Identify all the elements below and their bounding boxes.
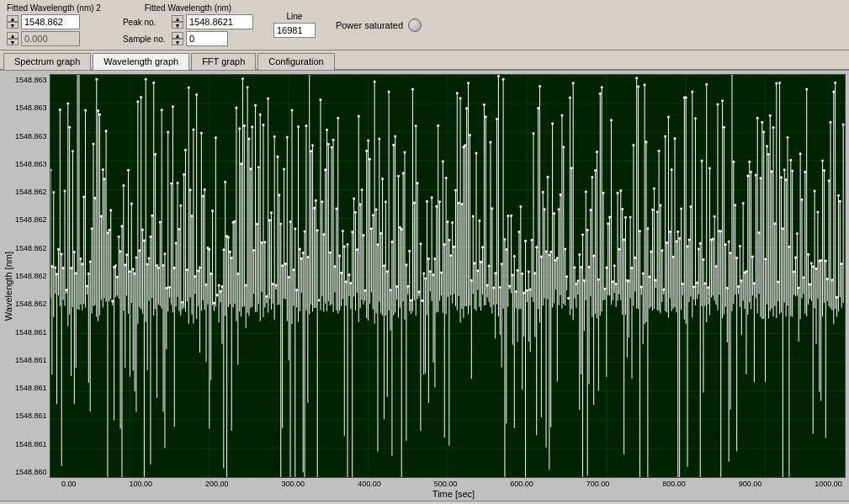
fitted-wavelength-2-group: Fitted Wavelength (nm) 2 ▲ ▼ ▲ ▼	[7, 3, 101, 46]
sample-spin-up[interactable]: ▲	[172, 32, 183, 39]
tab-spectrum[interactable]: Spectrum graph	[3, 53, 91, 70]
tabs-bar: Spectrum graph Wavelength graph FFT grap…	[0, 50, 849, 71]
y-tick: 1548.862	[15, 188, 47, 196]
y-tick: 1548.863	[15, 103, 47, 112]
peak-spin-up[interactable]: ▲	[172, 15, 183, 22]
y-tick: 1548.861	[15, 328, 47, 337]
x-tick: 500.00	[434, 480, 458, 488]
x-tick: 400.00	[358, 480, 381, 488]
tab-fft[interactable]: FFT graph	[191, 53, 256, 70]
spin-up-1[interactable]: ▲	[7, 15, 19, 22]
tab-configuration[interactable]: Configuration	[257, 53, 334, 70]
y-tick: 1548.861	[15, 440, 47, 448]
y-axis-label: Wavelength [nm]	[3, 252, 13, 321]
power-saturated-group: Power saturated	[336, 19, 422, 32]
y-tick: 1548.862	[15, 244, 47, 252]
fitted-wavelength-2-value2[interactable]	[21, 31, 80, 46]
x-tick: 700.00	[586, 480, 610, 488]
fitted-wavelength-label: Fitted Wavelength (nm)	[123, 3, 253, 13]
peak-no-label: Peak no.	[123, 18, 169, 27]
x-tick: 300.00	[282, 480, 305, 488]
sample-no-value[interactable]	[186, 31, 228, 46]
y-tick: 1548.862	[15, 300, 47, 308]
power-saturated-led	[408, 19, 422, 32]
y-tick: 1548.861	[15, 384, 47, 392]
x-axis-label: Time [sec]	[15, 489, 846, 499]
sample-no-label: Sample no.	[123, 34, 169, 44]
sample-no-spinner[interactable]: ▲ ▼	[172, 32, 183, 45]
fitted-wavelength-2-value[interactable]	[21, 14, 80, 29]
y-tick: 1548.861	[15, 356, 47, 364]
sample-spin-down[interactable]: ▼	[172, 39, 183, 45]
fitted-wavelength-2-spinner-1[interactable]: ▲ ▼	[7, 15, 19, 29]
y-tick: 1548.862	[15, 215, 47, 224]
x-tick: 800.00	[662, 480, 686, 488]
x-tick: 200.00	[205, 480, 229, 488]
x-tick: 0.00	[61, 480, 77, 488]
power-saturated-label: Power saturated	[336, 20, 403, 30]
y-tick: 1548.860	[15, 468, 47, 476]
line-value[interactable]	[273, 23, 316, 38]
chart-canvas-wrap: 1548.8631548.8631548.8631548.8631548.862…	[15, 74, 846, 478]
top-controls-bar: Fitted Wavelength (nm) 2 ▲ ▼ ▲ ▼ Fitted …	[0, 0, 849, 50]
y-tick: 1548.861	[15, 411, 47, 420]
spin-down-1[interactable]: ▼	[7, 22, 19, 29]
line-label: Line	[286, 12, 302, 21]
peak-no-spinner[interactable]: ▲ ▼	[172, 15, 183, 29]
x-ticks: 0.00100.00200.00300.00400.00500.00600.00…	[15, 480, 846, 488]
chart-area: Wavelength [nm] 1548.8631548.8631548.863…	[0, 71, 849, 501]
peak-no-value[interactable]	[186, 14, 253, 29]
fitted-wavelength-2-spinner-2[interactable]: ▲ ▼	[7, 32, 19, 45]
x-tick: 100.00	[130, 480, 153, 488]
y-ticks: 1548.8631548.8631548.8631548.8631548.862…	[15, 74, 50, 478]
x-tick: 900.00	[739, 480, 762, 488]
fitted-wavelength-group: Fitted Wavelength (nm) Peak no. ▲ ▼ Samp…	[123, 3, 253, 46]
chart-canvas[interactable]	[50, 74, 846, 478]
spin-down-2[interactable]: ▼	[7, 39, 19, 45]
y-tick: 1548.863	[15, 76, 47, 84]
y-tick: 1548.863	[15, 160, 47, 168]
tab-wavelength[interactable]: Wavelength graph	[93, 53, 189, 70]
fitted-wavelength-2-label: Fitted Wavelength (nm) 2	[7, 3, 101, 13]
x-tick: 1000.00	[815, 480, 842, 488]
chart-with-axes: 1548.8631548.8631548.8631548.8631548.862…	[15, 74, 846, 499]
bottom-bar: 🔒 ⟺ ↔ 🔒 ↕ ↕ + ⊕ ↺ Peak 1	[0, 501, 849, 504]
line-group: Line	[273, 12, 316, 38]
peak-spin-down[interactable]: ▼	[172, 22, 183, 29]
y-tick: 1548.862	[15, 272, 47, 280]
spin-up-2[interactable]: ▲	[7, 32, 19, 39]
x-tick: 600.00	[510, 480, 533, 488]
y-tick: 1548.863	[15, 132, 47, 141]
